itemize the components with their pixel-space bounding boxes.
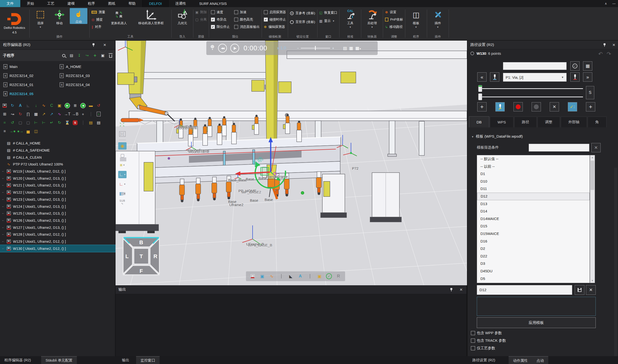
- save-template-button[interactable]: [575, 285, 584, 295]
- solid-cube-icon[interactable]: ■▼: [118, 161, 126, 169]
- minimize-icon[interactable]: —: [612, 2, 616, 5]
- lock-radio[interactable]: 至世界 (坐标): [290, 19, 315, 25]
- program-statement[interactable]: − W W122 [ Utool1, Uframe2, D13, () ]: [0, 189, 116, 196]
- delete-template-button[interactable]: ✕: [586, 285, 596, 295]
- check-ok-icon[interactable]: ✓: [326, 273, 332, 279]
- weld-point-icon[interactable]: W: [1, 102, 8, 109]
- label-view-icon[interactable]: A: [297, 273, 303, 279]
- rewind-button[interactable]: ◀◀: [218, 44, 227, 52]
- insert-point-icon[interactable]: ↓: [32, 102, 40, 109]
- template-item[interactable]: D2: [477, 245, 590, 253]
- program-statement[interactable]: ∿ PTP P72 Utool1 Uframe2 100%: [0, 161, 116, 168]
- pin-icon[interactable]: [449, 287, 454, 292]
- record-button[interactable]: [513, 102, 523, 111]
- fit-view-icon[interactable]: ↘↙↗↖: [118, 130, 126, 138]
- move-path-button[interactable]: ↳移动路径: [385, 24, 403, 30]
- divider[interactable]: [87, 111, 95, 117]
- next-point-button[interactable]: »: [583, 72, 592, 82]
- lock-radio[interactable]: ● 至参考 (坐标): [290, 10, 315, 16]
- ramp-icon[interactable]: ◣: [25, 102, 32, 109]
- folder-icon[interactable]: ▦: [32, 111, 40, 117]
- export-pdf-icon[interactable]: ▤: [343, 46, 347, 51]
- edit-detector-button[interactable]: ☸ 编辑探测器: [264, 24, 286, 30]
- limit-checkbox[interactable]: 速度: [211, 9, 230, 15]
- subprogram-item[interactable]: M Main: [1, 62, 58, 71]
- limit-checkbox[interactable]: 消息面板输出: [234, 24, 260, 30]
- limit-checkbox[interactable]: ✔ 限位停止: [211, 24, 230, 30]
- subprogram-item[interactable]: S R2ZC3214_01: [1, 80, 58, 89]
- template-scrollbar[interactable]: ▲ ▼: [590, 155, 595, 283]
- move-button[interactable]: 移动: [51, 8, 68, 26]
- path-raise-icon[interactable]: ↗: [40, 111, 47, 117]
- program-statement[interactable]: − W W130 [ Utool1, Uframe2, D12, () ]: [0, 245, 116, 252]
- template-item[interactable]: D3: [477, 260, 590, 267]
- tab-path-settings[interactable]: 路径设置 (R2): [468, 356, 500, 364]
- close-icon[interactable]: ✕: [459, 287, 464, 292]
- limit-checkbox[interactable]: ✔ 奇异点: [211, 16, 230, 23]
- restore-window-button[interactable]: ◱恢复窗口: [319, 10, 338, 16]
- program-statement[interactable]: − W W125 [ Utool1, Uframe2, D13, () ]: [0, 210, 116, 217]
- pin-icon[interactable]: [602, 43, 607, 47]
- select-frame-icon[interactable]: ▣: [56, 102, 63, 109]
- template-description[interactable]: [477, 297, 596, 316]
- sync-program-icon[interactable]: ↻: [9, 102, 16, 109]
- grid-icon[interactable]: ⊞: [1, 111, 8, 117]
- postprocess-button[interactable]: 后处理▼: [363, 8, 381, 28]
- collision-checkbox[interactable]: ✔ 碰撞时停止: [264, 16, 286, 23]
- chart-icon[interactable]: ▅: [25, 128, 32, 135]
- table-button[interactable]: ▦: [583, 61, 592, 71]
- paste-down-icon[interactable]: ▢: [25, 119, 32, 126]
- return-icon[interactable]: ↵: [48, 119, 55, 126]
- apply-template-button[interactable]: 应用模板: [477, 317, 596, 328]
- template-item[interactable]: D5: [477, 275, 590, 283]
- panel-scrollbar[interactable]: [614, 168, 617, 364]
- path-settings-tab[interactable]: 外部轴: [561, 117, 587, 127]
- tab-motion-properties[interactable]: 动作属性: [508, 357, 532, 364]
- view-cube[interactable]: B L T R F: [122, 236, 161, 276]
- close-icon[interactable]: ✕: [611, 43, 616, 47]
- menu-item[interactable]: 程序: [81, 0, 102, 7]
- trash-icon[interactable]: [108, 53, 113, 58]
- menu-item[interactable]: 开始: [20, 0, 41, 7]
- signal-in-icon[interactable]: →●: [9, 128, 16, 135]
- path-settings-tab[interactable]: 路径: [514, 117, 537, 127]
- add-point-end-button[interactable]: +: [586, 102, 595, 111]
- plugins-button[interactable]: 插件▼: [429, 8, 447, 28]
- program-statement[interactable]: − W W128 [ Utool1, Uframe2, D12, () ]: [0, 231, 116, 238]
- postprocessor-icon[interactable]: ≣: [71, 102, 79, 109]
- meander-icon[interactable]: ∏: [25, 111, 32, 117]
- subprogram-item[interactable]: S A_HOME: [58, 62, 114, 71]
- undo-icon[interactable]: ↶: [598, 51, 603, 57]
- divider[interactable]: [307, 273, 313, 279]
- prev-point-button[interactable]: «: [477, 72, 487, 82]
- template-item[interactable]: D1: [477, 170, 590, 178]
- template-item[interactable]: D14: [477, 208, 590, 215]
- path-view-icon[interactable]: ∿: [269, 273, 275, 279]
- geometry-button[interactable]: 几何元: [174, 8, 191, 26]
- template-item[interactable]: D10: [477, 178, 590, 185]
- template-item[interactable]: D14WAICE: [477, 215, 590, 223]
- paste-up-icon[interactable]: ▢: [17, 119, 24, 126]
- to-base-icon[interactable]: →B: [71, 111, 79, 117]
- torch-down-button[interactable]: [570, 72, 579, 82]
- template-item[interactable]: D16: [477, 238, 590, 245]
- branch-out-icon[interactable]: ⊢: [40, 119, 47, 126]
- ramp-view-icon[interactable]: ◣: [288, 273, 294, 279]
- subprogram-item[interactable]: S R2ZC3214_04: [58, 80, 114, 89]
- attach-button[interactable]: ▣附加: [195, 9, 207, 15]
- move-frame-icon[interactable]: ∟▼: [118, 171, 126, 178]
- confirm-button[interactable]: ✓: [570, 61, 579, 71]
- clipboard-icon[interactable]: ▤: [87, 119, 95, 126]
- tab-monitor-window[interactable]: 监控窗口: [136, 356, 160, 364]
- collapse-ribbon-icon[interactable]: ∧: [604, 2, 607, 5]
- record-video-icon[interactable]: ▦: [349, 46, 353, 51]
- program-statement[interactable]: − W W123 [ Utool1, Uframe2, D13, () ]: [0, 196, 116, 203]
- align-button[interactable]: ∥对齐: [92, 24, 105, 30]
- template-item[interactable]: D15: [477, 222, 590, 230]
- color-cube-icon[interactable]: ◧▼: [118, 190, 126, 197]
- limit-checkbox[interactable]: 加速: [234, 9, 260, 15]
- import-program-icon[interactable]: ↧: [77, 53, 82, 58]
- pin-icon[interactable]: [91, 43, 96, 47]
- divider[interactable]: [278, 273, 284, 279]
- circular-move-icon[interactable]: C: [48, 102, 55, 109]
